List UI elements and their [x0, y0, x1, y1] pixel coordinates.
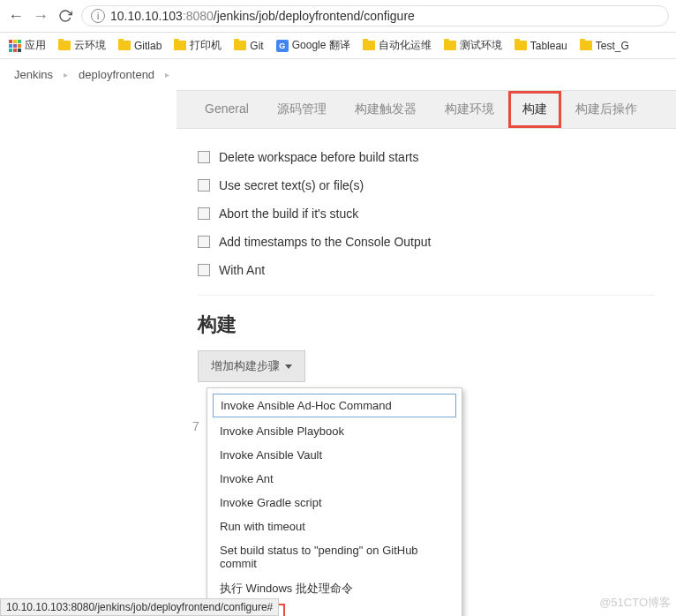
checkbox[interactable]	[198, 179, 210, 192]
tab-triggers[interactable]: 构建触发器	[341, 91, 431, 128]
checkbox[interactable]	[198, 151, 210, 163]
dd-run-timeout[interactable]: Run with timeout	[207, 515, 462, 538]
bookmark-git[interactable]: Git	[234, 40, 263, 52]
add-build-step-label: 增加构建步骤	[211, 358, 280, 374]
bookmark-tableau[interactable]: Tableau	[515, 40, 567, 52]
reload-button[interactable]	[56, 7, 74, 25]
url-host: 10.10.10.103	[110, 9, 183, 23]
tab-scm[interactable]: 源码管理	[263, 91, 341, 128]
folder-icon	[58, 41, 71, 50]
section-title-build: 构建	[198, 295, 655, 350]
add-build-step-button[interactable]: 增加构建步骤	[198, 350, 305, 382]
checkbox[interactable]	[198, 207, 210, 220]
checkbox[interactable]	[198, 264, 210, 276]
apps-icon	[9, 40, 21, 52]
bookmark-gtranslate[interactable]: GGoogle 翻译	[276, 38, 350, 53]
forward-button[interactable]: →	[32, 7, 49, 25]
tab-build[interactable]: 构建	[508, 91, 561, 128]
dd-invoke-gradle[interactable]: Invoke Gradle script	[207, 491, 462, 515]
tab-env[interactable]: 构建环境	[431, 91, 508, 128]
dd-invoke-ansible-vault[interactable]: Invoke Ansible Vault	[207, 443, 462, 467]
bookmark-ops[interactable]: 自动化运维	[363, 38, 432, 53]
opt-abort-stuck: Abort the build if it's stuck	[198, 199, 655, 228]
folder-icon	[580, 41, 592, 50]
dd-invoke-ansible-playbook[interactable]: Invoke Ansible Playbook	[207, 419, 462, 443]
url-path: /jenkins/job/deployfrontend/configure	[214, 9, 415, 23]
folder-icon	[174, 41, 186, 50]
folder-icon	[363, 41, 375, 50]
translate-icon: G	[276, 40, 289, 52]
crumb-job[interactable]: deployfrontend	[79, 68, 154, 81]
opt-secret-text: Use secret text(s) or file(s)	[198, 171, 655, 199]
crumb-jenkins[interactable]: Jenkins	[14, 68, 53, 81]
apps-label: 应用	[25, 38, 46, 53]
browser-toolbar: ← → i 10.10.10.103:8080/jenkins/job/depl…	[0, 0, 676, 33]
dd-invoke-ant[interactable]: Invoke Ant	[207, 467, 462, 491]
bookmark-printer[interactable]: 打印机	[174, 38, 222, 53]
opt-with-ant: With Ant	[198, 256, 655, 284]
build-step-dropdown: Invoke Ansible Ad-Hoc Command Invoke Ans…	[207, 387, 462, 616]
opt-timestamps: Add timestamps to the Console Output	[198, 228, 655, 256]
address-bar[interactable]: i 10.10.10.103:8080/jenkins/job/deployfr…	[81, 5, 669, 26]
chevron-right-icon: ▸	[64, 70, 68, 79]
tab-general[interactable]: General	[191, 91, 263, 128]
folder-icon	[515, 41, 527, 50]
watermark: @51CTO博客	[599, 595, 671, 611]
dd-github-pending[interactable]: Set build status to "pending" on GitHub …	[207, 538, 462, 575]
back-button[interactable]: ←	[7, 7, 25, 25]
checkbox[interactable]	[198, 236, 210, 248]
breadcrumb: Jenkins ▸ deployfrontend ▸	[0, 59, 676, 90]
folder-icon	[118, 41, 131, 50]
bookmark-test-env[interactable]: 测试环境	[444, 38, 502, 53]
bookmark-testg[interactable]: Test_G	[580, 40, 629, 52]
bookmark-cloud[interactable]: 云环境	[58, 38, 106, 53]
folder-icon	[444, 41, 456, 50]
url-port: :8080	[183, 9, 214, 23]
bookmarks-bar: 应用 云环境 Gitlab 打印机 Git GGoogle 翻译 自动化运维 测…	[0, 33, 676, 59]
apps-button[interactable]: 应用	[9, 38, 46, 53]
caret-down-icon	[285, 364, 292, 369]
tab-postbuild[interactable]: 构建后操作	[561, 91, 651, 128]
dd-invoke-ansible-adhoc[interactable]: Invoke Ansible Ad-Hoc Command	[213, 394, 456, 417]
obscured-text: 7	[192, 419, 199, 433]
folder-icon	[234, 41, 246, 50]
bookmark-gitlab[interactable]: Gitlab	[118, 40, 161, 52]
opt-delete-workspace: Delete workspace before build starts	[198, 143, 655, 171]
site-info-icon[interactable]: i	[91, 9, 105, 23]
main-content: General 源码管理 构建触发器 构建环境 构建 构建后操作 Delete …	[177, 90, 676, 616]
config-tabs: General 源码管理 构建触发器 构建环境 构建 构建后操作	[177, 90, 676, 129]
chevron-right-icon: ▸	[165, 70, 169, 79]
config-section: Delete workspace before build starts Use…	[177, 129, 676, 616]
status-bar: 10.10.10.103:8080/jenkins/job/deployfron…	[0, 598, 279, 616]
